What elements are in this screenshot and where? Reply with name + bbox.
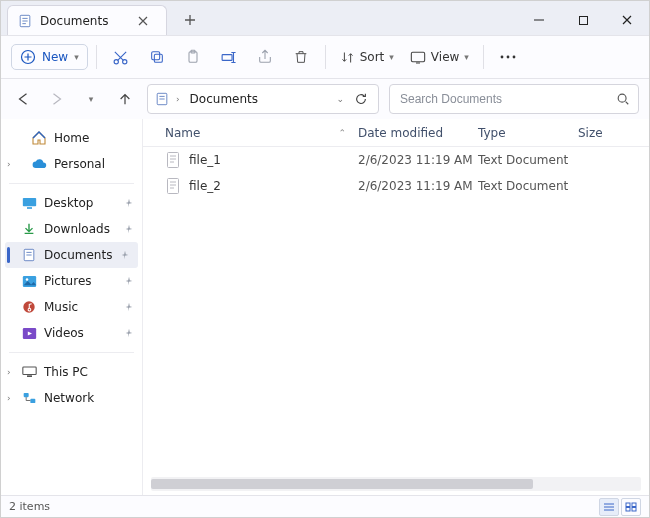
column-header-size[interactable]: Size — [578, 126, 649, 140]
details-view-toggle[interactable] — [599, 498, 619, 516]
separator — [325, 45, 326, 69]
sidebar-item-network[interactable]: › Network — [1, 385, 142, 411]
svg-point-16 — [506, 56, 509, 59]
cut-button[interactable] — [105, 41, 137, 73]
sidebar-item-personal[interactable]: › Personal — [1, 151, 142, 177]
sidebar-item-downloads[interactable]: Downloads — [1, 216, 142, 242]
file-name: file_1 — [189, 153, 221, 167]
sidebar-item-desktop[interactable]: Desktop — [1, 190, 142, 216]
svg-rect-32 — [27, 375, 32, 377]
icons-view-toggle[interactable] — [621, 498, 641, 516]
column-header-name[interactable]: Name⌃ — [143, 126, 358, 140]
tab-strip: Documents — [1, 5, 517, 35]
sidebar-item-home[interactable]: Home — [1, 125, 142, 151]
svg-rect-35 — [168, 153, 179, 168]
pictures-icon — [21, 273, 37, 289]
cloud-icon — [31, 156, 47, 172]
music-icon — [21, 299, 37, 315]
nav-row: ▾ › Documents ⌄ — [1, 79, 649, 119]
sort-asc-icon: ⌃ — [338, 128, 346, 138]
svg-rect-13 — [222, 54, 232, 60]
column-header-date[interactable]: Date modified — [358, 126, 478, 140]
file-type: Text Document — [478, 179, 578, 193]
svg-rect-33 — [23, 393, 28, 397]
horizontal-scrollbar[interactable] — [151, 477, 641, 491]
view-icon — [410, 50, 426, 64]
file-name: file_2 — [189, 179, 221, 193]
chevron-right-icon: › — [176, 94, 180, 104]
svg-rect-46 — [626, 503, 630, 507]
paste-button[interactable] — [177, 41, 209, 73]
tab-title: Documents — [40, 14, 122, 28]
share-button[interactable] — [249, 41, 281, 73]
pin-icon[interactable] — [124, 276, 134, 286]
search-input[interactable] — [398, 91, 616, 107]
item-count: 2 items — [9, 500, 50, 513]
download-icon — [21, 221, 37, 237]
body: Home › Personal Desktop Downloads Docume… — [1, 119, 649, 495]
svg-rect-5 — [579, 16, 587, 24]
sidebar-item-videos[interactable]: Videos — [1, 320, 142, 346]
file-row[interactable]: file_2 2/6/2023 11:19 AM Text Document — [143, 173, 649, 199]
pin-icon[interactable] — [124, 224, 134, 234]
file-row[interactable]: file_1 2/6/2023 11:19 AM Text Document — [143, 147, 649, 173]
refresh-button[interactable] — [350, 92, 372, 106]
up-button[interactable] — [113, 85, 137, 113]
forward-button[interactable] — [45, 85, 69, 113]
pin-icon[interactable] — [120, 250, 130, 260]
sort-icon — [340, 50, 355, 65]
sidebar-item-music[interactable]: Music — [1, 294, 142, 320]
sort-button[interactable]: Sort ▾ — [334, 46, 400, 69]
minimize-button[interactable] — [517, 5, 561, 35]
sidebar-item-documents[interactable]: Documents — [5, 242, 138, 268]
svg-rect-49 — [632, 507, 636, 511]
chevron-right-icon[interactable]: › — [7, 159, 11, 169]
chevron-right-icon[interactable]: › — [7, 367, 11, 377]
chevron-down-icon: ▾ — [74, 52, 79, 62]
sidebar-item-pictures[interactable]: Pictures — [1, 268, 142, 294]
tab-documents[interactable]: Documents — [7, 5, 167, 35]
more-button[interactable] — [492, 41, 524, 73]
window-controls — [517, 5, 649, 35]
address-bar[interactable]: › Documents ⌄ — [147, 84, 379, 114]
svg-point-21 — [618, 94, 626, 102]
text-file-icon — [165, 152, 181, 168]
rename-button[interactable] — [213, 41, 245, 73]
new-button[interactable]: New ▾ — [11, 44, 88, 70]
recent-dropdown[interactable]: ▾ — [79, 85, 103, 113]
separator — [96, 45, 97, 69]
maximize-button[interactable] — [561, 5, 605, 35]
scrollbar-thumb[interactable] — [151, 479, 533, 489]
close-button[interactable] — [605, 5, 649, 35]
file-explorer-window: Documents New ▾ — [0, 0, 650, 518]
file-date: 2/6/2023 11:19 AM — [358, 153, 478, 167]
svg-rect-27 — [22, 276, 35, 287]
divider — [9, 352, 134, 353]
pin-icon[interactable] — [124, 328, 134, 338]
chevron-right-icon[interactable]: › — [7, 393, 11, 403]
search-box[interactable] — [389, 84, 639, 114]
breadcrumb-current[interactable]: Documents — [186, 90, 262, 108]
sidebar: Home › Personal Desktop Downloads Docume… — [1, 119, 143, 495]
back-button[interactable] — [11, 85, 35, 113]
delete-button[interactable] — [285, 41, 317, 73]
pin-icon[interactable] — [124, 198, 134, 208]
svg-point-17 — [512, 56, 515, 59]
copy-button[interactable] — [141, 41, 173, 73]
column-header-type[interactable]: Type — [478, 126, 578, 140]
status-bar: 2 items — [1, 495, 649, 517]
text-file-icon — [165, 178, 181, 194]
chevron-down-icon[interactable]: ⌄ — [336, 94, 344, 104]
new-tab-button[interactable] — [177, 7, 203, 33]
new-button-label: New — [42, 50, 68, 64]
separator — [483, 45, 484, 69]
file-type: Text Document — [478, 153, 578, 167]
view-button[interactable]: View ▾ — [404, 46, 475, 68]
chevron-down-icon: ▾ — [89, 94, 94, 104]
pin-icon[interactable] — [124, 302, 134, 312]
sidebar-item-this-pc[interactable]: › This PC — [1, 359, 142, 385]
title-bar: Documents — [1, 1, 649, 35]
view-label: View — [431, 50, 459, 64]
tab-close-button[interactable] — [130, 8, 156, 34]
document-icon — [18, 14, 32, 28]
